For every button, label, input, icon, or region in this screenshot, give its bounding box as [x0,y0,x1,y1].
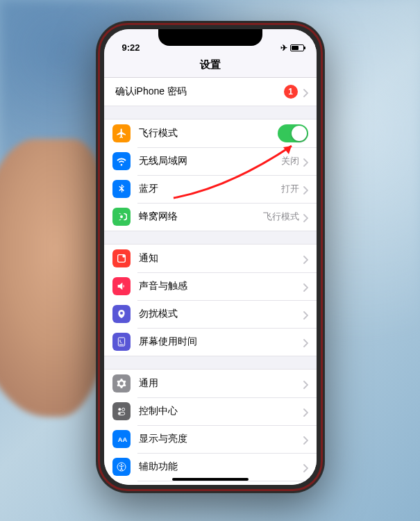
svg-point-1 [122,255,125,258]
svg-point-4 [121,408,124,411]
chevron-right-icon [303,463,308,471]
battery-icon [290,44,304,51]
cellular-label: 蜂窝网络 [139,210,263,223]
row-screentime[interactable]: 屏幕使用时间 [104,328,317,356]
sounds-label: 声音与触感 [139,280,303,292]
home-indicator[interactable] [172,478,249,481]
row-dnd[interactable]: 勿扰模式 [104,300,317,328]
row-accessibility[interactable]: 辅助功能 [104,453,317,481]
row-sounds[interactable]: 声音与触感 [104,272,317,300]
display-icon: AA [112,430,131,448]
svg-point-9 [121,464,122,465]
bluetooth-label: 蓝牙 [139,183,281,195]
chevron-right-icon [303,88,308,96]
display-label: 显示与亮度 [139,433,303,445]
chevron-right-icon [303,254,308,263]
chevron-right-icon [303,282,308,290]
group-account: 确认iPhone 密码 1 [104,78,317,106]
airplane-label: 飞行模式 [139,127,278,140]
chevron-right-icon [303,185,308,193]
row-cellular[interactable]: 蜂窝网络 飞行模式 [104,203,317,231]
chevron-right-icon [303,213,308,221]
row-wifi[interactable]: 无线局域网 关闭 [104,147,317,175]
control-center-icon [112,402,131,420]
row-display[interactable]: AA 显示与亮度 [104,425,317,453]
sounds-icon [112,277,131,295]
row-airplane-mode[interactable]: 飞行模式 [104,119,317,147]
group-connectivity: 飞行模式 无线局域网 关闭 蓝牙 [104,119,317,231]
airplane-icon [112,124,131,142]
notch [158,29,262,46]
wifi-value: 关闭 [281,155,299,167]
chevron-right-icon [303,407,308,415]
settings-list[interactable]: 确认iPhone 密码 1 飞行模式 [104,78,317,485]
phone-frame: 9:22 ✈︎ 设置 确认iPhone 密码 1 [96,21,325,493]
accessibility-label: 辅助功能 [139,461,303,473]
notifications-label: 通知 [139,252,303,265]
group-notifications: 通知 声音与触感 [104,244,317,356]
chevron-right-icon [303,379,308,388]
status-time: 9:22 [117,42,140,53]
control-center-label: 控制中心 [139,405,303,417]
row-bluetooth[interactable]: 蓝牙 打开 [104,175,317,203]
screen: 9:22 ✈︎ 设置 确认iPhone 密码 1 [104,29,317,485]
notification-badge: 1 [284,85,298,99]
airplane-icon: ✈︎ [280,43,287,53]
wifi-label: 无线局域网 [139,155,281,167]
dnd-label: 勿扰模式 [139,308,303,320]
svg-text:AA: AA [117,436,126,443]
row-control-center[interactable]: 控制中心 [104,397,317,425]
bluetooth-icon [112,180,131,198]
page-title: 设置 [104,54,317,78]
row-notifications[interactable]: 通知 [104,245,317,272]
confirm-password-label: 确认iPhone 密码 [112,85,284,98]
chevron-right-icon [303,435,308,443]
chevron-right-icon [303,310,308,318]
row-wallpaper[interactable]: 墙纸 [104,481,317,485]
chevron-right-icon [303,338,308,346]
svg-point-3 [118,408,121,411]
general-label: 通用 [139,377,303,390]
row-confirm-password[interactable]: 确认iPhone 密码 1 [104,78,317,106]
bluetooth-value: 打开 [281,183,299,195]
general-icon [112,374,131,392]
row-general[interactable]: 通用 [104,370,317,397]
cellular-icon [112,208,131,226]
wifi-icon [112,152,131,170]
group-general: 通用 控制中心 AA [104,369,317,485]
accessibility-icon [112,458,131,476]
notifications-icon [112,249,131,267]
svg-point-6 [119,413,121,415]
cellular-value: 飞行模式 [263,210,299,223]
airplane-toggle[interactable] [278,124,308,142]
chevron-right-icon [303,157,308,165]
status-indicators: ✈︎ [280,43,304,53]
screentime-icon [112,333,131,351]
dnd-icon [112,305,131,323]
screentime-label: 屏幕使用时间 [139,336,303,348]
